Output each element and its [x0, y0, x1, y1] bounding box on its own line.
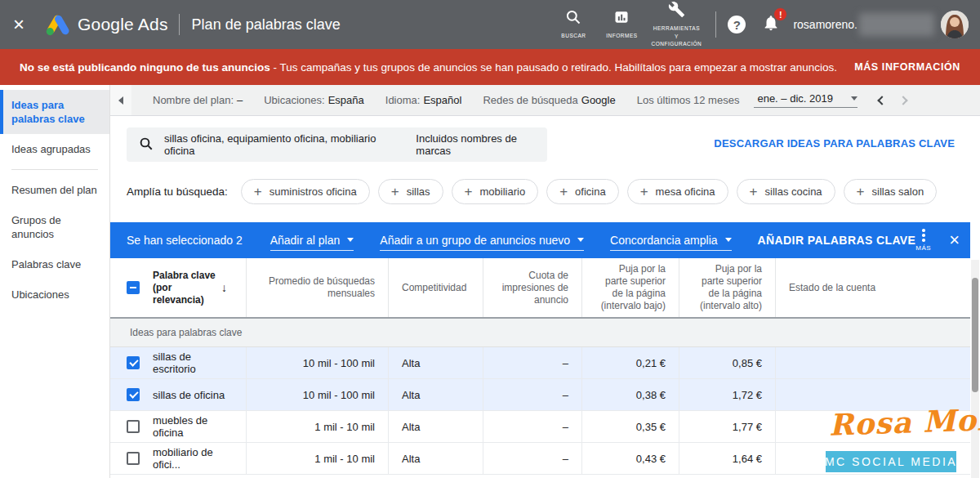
watermark-signature: Rosa Moreno: [828, 400, 980, 442]
row-checkbox[interactable]: [127, 420, 140, 433]
more-info-link[interactable]: MÁS INFORMACIÓN: [854, 61, 960, 73]
keyword-search-input[interactable]: sillas oficina, equipamiento oficina, mo…: [127, 127, 547, 162]
keyword-cell: sillas de oficina: [153, 389, 225, 401]
download-ideas-link[interactable]: DESCARGAR IDEAS PARA PALABRAS CLAVE: [714, 137, 955, 150]
table-header-row: Palabra clave (por relevancia) ↓ Promedi…: [110, 258, 970, 319]
sidebar-item-keywords[interactable]: Palabras clave: [0, 249, 109, 279]
bid-low-cell: 0,43 €: [581, 443, 679, 474]
keyword-ideas-table: Palabra clave (por relevancia) ↓ Promedi…: [110, 258, 970, 475]
competition-cell: Alta: [388, 443, 483, 474]
plan-settings-bar: Nombre del plan:– Ubicaciones:España Idi…: [110, 85, 980, 116]
avatar[interactable]: [941, 11, 969, 38]
plan-name-setting[interactable]: Nombre del plan:–: [153, 94, 243, 106]
sidebar-item-ad-groups[interactable]: Grupos de anuncios: [0, 205, 109, 249]
prev-period-chevron-icon[interactable]: [877, 96, 886, 105]
scrollbar-thumb[interactable]: [972, 278, 978, 392]
next-period-chevron-icon[interactable]: [898, 96, 907, 105]
kebab-menu-icon: [922, 229, 925, 242]
impression-share-cell: –: [483, 443, 581, 474]
locations-setting[interactable]: Ubicaciones:España: [264, 94, 364, 106]
bid-high-cell: 1,72 €: [679, 379, 775, 410]
collapse-icon: [118, 96, 123, 105]
page-title: Plan de palabras clave: [192, 16, 341, 34]
topbar: × Google Ads Plan de palabras clave BUSC…: [0, 0, 980, 49]
add-keywords-button[interactable]: AÑADIR PALABRAS CLAVE: [758, 234, 916, 247]
close-selection-icon[interactable]: ×: [949, 231, 960, 249]
collapse-panel-button[interactable]: [110, 85, 131, 115]
impression-share-cell: –: [483, 411, 581, 442]
bid-low-cell: 0,21 €: [581, 347, 679, 378]
header-account-status[interactable]: Estado de la cuenta: [775, 258, 970, 317]
header-bid-high[interactable]: Puja por la parte superior de la página …: [679, 258, 775, 317]
plus-icon: +: [254, 185, 262, 199]
topbar-divider: [715, 11, 716, 38]
language-setting[interactable]: Idioma:Español: [385, 94, 462, 106]
chevron-down-icon: [851, 96, 858, 101]
account-status-cell: [775, 347, 970, 378]
topbar-divider: [179, 14, 180, 35]
select-all-checkbox[interactable]: [127, 281, 140, 294]
header-avg-searches[interactable]: Promedio de búsquedas mensuales: [246, 258, 388, 317]
sidebar-item-grouped-ideas[interactable]: Ideas agrupadas: [0, 134, 109, 164]
impression-share-cell: –: [483, 379, 581, 410]
chip-sillas-cocina[interactable]: +sillas cocina: [737, 179, 835, 204]
sidebar-item-locations[interactable]: Ubicaciones: [0, 279, 109, 310]
search-nav-button[interactable]: BUSCAR: [555, 9, 592, 40]
user-email[interactable]: rosamoreno.: [793, 18, 858, 31]
wrench-icon: [668, 1, 685, 21]
date-range-select[interactable]: ene. – dic. 2019: [754, 92, 858, 108]
table-row[interactable]: sillas de oficina 10 mil - 100 mil Alta …: [110, 379, 970, 411]
match-type-dropdown[interactable]: Concordancia amplia: [610, 234, 732, 251]
chip-mesa-oficina[interactable]: +mesa oficina: [627, 179, 728, 204]
row-checkbox[interactable]: [127, 356, 140, 369]
more-options-button[interactable]: MÁS: [915, 229, 931, 252]
header-ad-impression-share[interactable]: Cuota de impresiones de anuncio: [483, 258, 581, 317]
alert-title: No se está publicando ninguno de tus anu…: [20, 61, 270, 74]
brands-included-note: Incluidos nombres de marcas: [416, 132, 547, 157]
selection-count: Se han seleccionado 2: [127, 234, 243, 247]
period-label: Los últimos 12 meses: [637, 94, 740, 106]
header-competition[interactable]: Competitividad: [388, 258, 483, 317]
expand-search-label: Amplía tu búsqueda:: [127, 185, 228, 198]
row-checkbox[interactable]: [127, 388, 140, 401]
brand-name: Google Ads: [78, 15, 168, 34]
sidebar-item-plan-summary[interactable]: Resumen del plan: [0, 175, 109, 205]
chevron-down-icon: [347, 238, 354, 242]
scrollbar-track[interactable]: [971, 260, 979, 478]
chip-sillas[interactable]: +sillas: [378, 179, 443, 204]
close-icon[interactable]: ×: [13, 15, 24, 34]
search-icon: [139, 136, 154, 154]
sort-descending-icon: ↓: [221, 282, 227, 294]
avg-searches-cell: 10 mil - 100 mil: [246, 379, 388, 410]
header-keyword[interactable]: Palabra clave (por relevancia) ↓: [110, 258, 246, 317]
add-to-plan-dropdown[interactable]: Añadir al plan: [270, 234, 354, 251]
bid-high-cell: 1,64 €: [679, 443, 775, 474]
chip-suministros-oficina[interactable]: +suministros oficina: [241, 179, 370, 204]
plus-icon: +: [465, 185, 473, 199]
table-row[interactable]: sillas de escritorio 10 mil - 100 mil Al…: [110, 347, 970, 379]
competition-cell: Alta: [388, 411, 483, 442]
selection-toolbar: Se han seleccionado 2 Añadir al plan Aña…: [110, 222, 970, 258]
chip-sillas-salon[interactable]: +sillas salon: [844, 179, 938, 204]
row-checkbox[interactable]: [127, 452, 140, 465]
content-area: Nombre del plan:– Ubicaciones:España Idi…: [110, 85, 980, 478]
add-to-new-ad-group-dropdown[interactable]: Añadir a un grupo de anuncios nuevo: [380, 234, 584, 251]
table-section-label: Ideas para palabras clave: [110, 319, 970, 347]
help-icon[interactable]: ?: [728, 16, 746, 34]
plus-icon: +: [391, 185, 399, 199]
avg-searches-cell: 1 mil - 10 mil: [246, 411, 388, 442]
sidebar-item-keyword-ideas[interactable]: Ideas para palabras clave: [0, 90, 109, 134]
header-bid-low[interactable]: Puja por la parte superior de la página …: [581, 258, 679, 317]
plus-icon: +: [750, 185, 758, 199]
competition-cell: Alta: [388, 379, 483, 410]
search-query: sillas oficina, equipamiento oficina, mo…: [164, 132, 396, 157]
competition-cell: Alta: [388, 347, 483, 378]
alert-banner: No se está publicando ninguno de tus anu…: [0, 49, 980, 85]
chip-oficina[interactable]: +oficina: [546, 179, 619, 204]
tools-nav-button[interactable]: HERRAMIENTAS Y CONFIGURACIÓN: [651, 1, 702, 48]
plus-icon: +: [559, 185, 568, 199]
reports-nav-button[interactable]: INFORMES: [603, 9, 640, 40]
networks-setting[interactable]: Redes de búsquedaGoogle: [483, 94, 615, 106]
chip-mobiliario[interactable]: +mobiliario: [452, 179, 539, 204]
notifications-button[interactable]: !: [762, 14, 780, 35]
